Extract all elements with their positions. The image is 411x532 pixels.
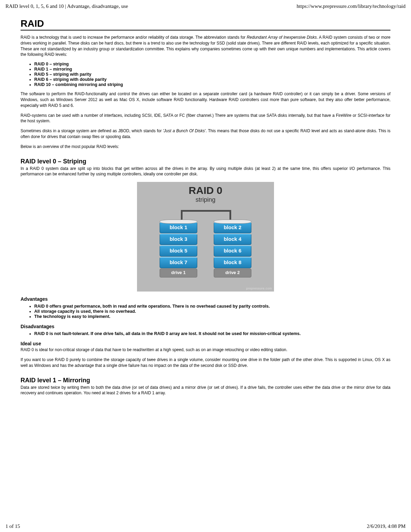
paragraph-2: The software to perform the RAID-functio…: [21, 91, 390, 108]
raid0-heading: RAID level 0 – Striping: [21, 158, 390, 165]
diagram-connector: [181, 210, 231, 212]
ideal-use-p2: If you want to use RAID 0 purely to comb…: [21, 357, 390, 369]
list-item: RAID 0 offers great performance, both in…: [34, 304, 390, 309]
advantages-list: RAID 0 offers great performance, both in…: [34, 304, 390, 319]
ideal-use-heading: Ideal use: [21, 341, 390, 346]
raid1-heading: RAID level 1 – Mirroring: [21, 377, 390, 384]
paragraph-4: Sometimes disks in a storage system are …: [21, 128, 390, 140]
list-item: The technology is easy to implement.: [34, 314, 390, 319]
diagram-watermark: prepressure.com: [246, 287, 272, 290]
p4-italic: 'Just a Bunch Of Disks': [163, 128, 206, 133]
drive-label: drive 2: [214, 269, 251, 277]
drive-label: drive 1: [160, 269, 197, 277]
disk-block: block 5: [160, 245, 197, 257]
raid0-description: In a RAID 0 system data are split up int…: [21, 166, 390, 177]
article-title: RAID: [21, 18, 390, 30]
intro-italic: Redundant Array of Inexpensive Disks: [247, 35, 317, 40]
list-item: All storage capacity is used, there is n…: [34, 309, 390, 314]
p4-a: Sometimes disks in a storage system are …: [21, 128, 163, 133]
level-item: RAID 0 – striping: [34, 62, 390, 66]
level-item: RAID 6 – striping with double parity: [34, 77, 390, 82]
diagram-subtitle: striping: [137, 196, 274, 203]
disk-block: block 1: [160, 222, 197, 233]
disk-block: block 2: [214, 222, 251, 233]
page-title-header: RAID level 0, 1, 5, 6 and 10 | Advantage…: [5, 3, 128, 9]
diagram-drive-2: block 2 block 4 block 6 block 8 drive 2: [214, 220, 251, 277]
paragraph-5: Below is an overview of the most popular…: [21, 144, 390, 150]
diagram-drive-1: block 1 block 3 block 5 block 7 drive 1: [160, 220, 197, 277]
ideal-use-p1: RAID 0 is ideal for non-critical storage…: [21, 347, 390, 353]
list-item: RAID 0 is not fault-tolerant. If one dri…: [34, 331, 390, 336]
diagram-title: RAID 0: [137, 182, 274, 196]
disk-block: block 8: [214, 257, 251, 268]
disk-block: block 6: [214, 245, 251, 257]
disk-block: block 7: [160, 257, 197, 268]
paragraph-3: RAID-systems can be used with a number o…: [21, 113, 390, 124]
level-item: RAID 10 – combining mirroring and stripi…: [34, 82, 390, 87]
intro-paragraph: RAID is a technology that is used to inc…: [21, 35, 390, 58]
raid0-diagram: RAID 0 striping block 1 block 3 block 5 …: [137, 182, 274, 292]
disk-block: block 4: [214, 234, 251, 245]
page-number: 1 of 15: [5, 523, 20, 529]
disadvantages-list: RAID 0 is not fault-tolerant. If one dri…: [34, 331, 390, 336]
raid-levels-list: RAID 0 – striping RAID 1 – mirroring RAI…: [34, 62, 390, 87]
page-url: https://www.prepressure.com/library/tech…: [297, 3, 406, 9]
intro-text-a: RAID is a technology that is used to inc…: [21, 35, 247, 40]
raid1-description: Data are stored twice by writing them to…: [21, 385, 390, 396]
level-item: RAID 1 – mirroring: [34, 67, 390, 72]
disadvantages-heading: Disadvantages: [21, 324, 390, 329]
level-item: RAID 5 – striping with parity: [34, 72, 390, 77]
advantages-heading: Advantages: [21, 296, 390, 302]
disk-block: block 3: [160, 234, 197, 245]
page-datetime: 2/6/2019, 4:08 PM: [367, 523, 406, 529]
